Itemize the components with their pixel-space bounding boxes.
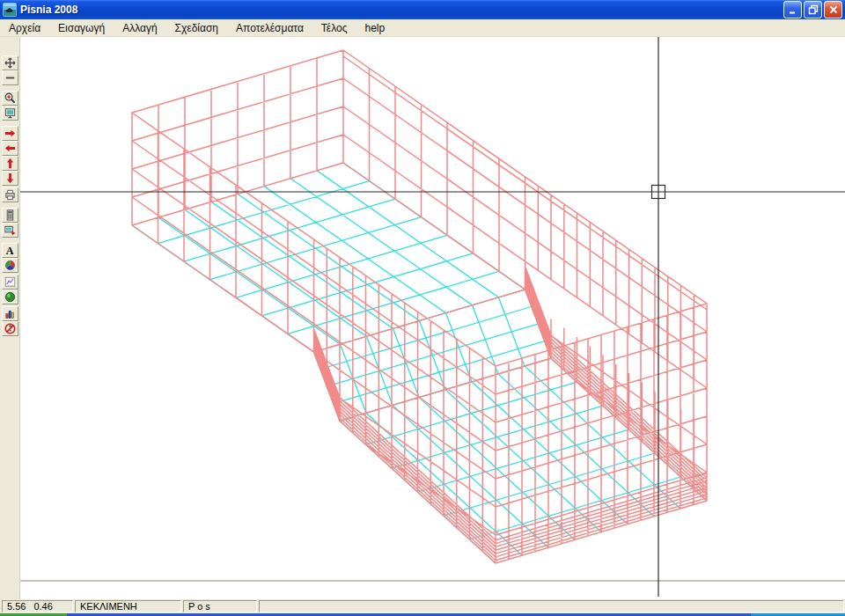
- capture-view-button[interactable]: [2, 223, 18, 238]
- menu-bar: Αρχεία Εισαγωγή Αλλαγή Σχεδίαση Αποτελέσ…: [0, 19, 845, 37]
- menu-allagi[interactable]: Αλλαγή: [114, 19, 165, 37]
- coord-x: 5.56: [7, 601, 26, 612]
- print-button[interactable]: [2, 187, 18, 202]
- zoom-in-icon: [4, 92, 17, 105]
- fit-screen-icon: [4, 106, 17, 120]
- restore-button[interactable]: [804, 1, 822, 18]
- arrow-left-icon: [4, 142, 17, 155]
- chart-button[interactable]: [2, 275, 18, 290]
- no-help-button[interactable]: [2, 321, 18, 336]
- zoom-out-button[interactable]: [2, 70, 18, 85]
- menu-schediasi[interactable]: Σχεδίαση: [166, 19, 227, 37]
- menu-eisagogi[interactable]: Εισαγωγή: [49, 19, 114, 37]
- zoom-out-icon: [4, 71, 17, 84]
- status-bar: 5.56 0.46 ΚΕΚΛΙΜΕΝΗ P o s: [0, 599, 845, 613]
- menu-archeia[interactable]: Αρχεία: [0, 19, 49, 37]
- pan-icon: [4, 56, 17, 70]
- move-up-button[interactable]: [2, 156, 18, 171]
- app-icon: [3, 3, 17, 17]
- move-left-button[interactable]: [2, 141, 18, 156]
- status-pos: P o s: [183, 600, 257, 612]
- text-icon: A: [6, 246, 14, 256]
- app-window: Pisnia 2008 Αρχεία Εισαγωγή Αλλαγή Σχεδί…: [0, 0, 845, 616]
- chart-icon: [4, 275, 17, 289]
- bar-chart-button[interactable]: [2, 306, 18, 321]
- pool-wireframe-3d-view: [20, 37, 845, 599]
- calculator-button[interactable]: [2, 208, 18, 223]
- move-right-button[interactable]: [2, 126, 18, 141]
- render-3d-button[interactable]: [2, 290, 18, 304]
- colors-button[interactable]: [2, 258, 18, 273]
- coord-y: 0.46: [33, 601, 52, 612]
- text-button[interactable]: A: [2, 243, 18, 258]
- status-mode: ΚΕΚΛΙΜΕΝΗ: [75, 600, 181, 612]
- zoom-in-button[interactable]: [2, 91, 18, 106]
- arrow-up-icon: [4, 157, 17, 170]
- printer-icon: [4, 188, 17, 202]
- sphere-icon: [4, 290, 17, 304]
- status-extra: [259, 600, 844, 612]
- menu-telos[interactable]: Τέλος: [312, 19, 356, 37]
- arrow-right-icon: [4, 127, 17, 140]
- calculator-icon: [4, 209, 17, 222]
- color-wheel-icon: [4, 259, 17, 272]
- minimize-button[interactable]: [783, 1, 802, 18]
- no-help-icon: [4, 322, 17, 335]
- drawing-canvas[interactable]: [20, 37, 845, 599]
- main-area: A: [0, 37, 845, 599]
- fit-screen-button[interactable]: [2, 106, 18, 121]
- window-title: Pisnia 2008: [20, 4, 77, 16]
- bar-chart-icon: [4, 307, 17, 320]
- menu-apotelesmata[interactable]: Αποτελέσματα: [227, 19, 312, 37]
- menu-help[interactable]: help: [356, 19, 394, 37]
- move-down-button[interactable]: [2, 171, 18, 186]
- arrow-down-icon: [4, 172, 17, 185]
- capture-view-icon: [4, 224, 17, 237]
- left-toolbar: A: [0, 37, 20, 599]
- restore-icon: [808, 4, 819, 15]
- minimize-icon: [788, 4, 798, 15]
- status-coordinates: 5.56 0.46: [2, 600, 73, 612]
- close-button[interactable]: [824, 1, 842, 18]
- pan-button[interactable]: [2, 55, 18, 70]
- title-bar: Pisnia 2008: [0, 0, 845, 19]
- close-icon: [828, 4, 839, 15]
